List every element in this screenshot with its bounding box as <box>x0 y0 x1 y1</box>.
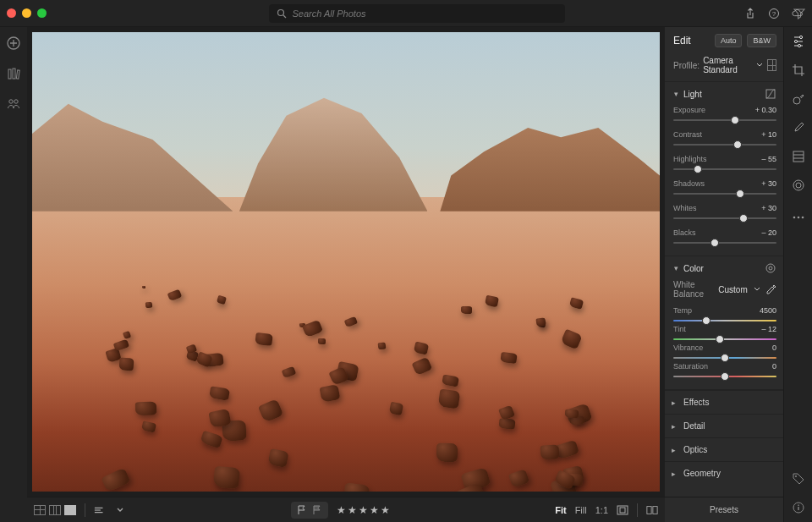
profile-row[interactable]: Profile: Camera Standard <box>665 52 783 82</box>
detail-view-icon[interactable] <box>64 505 76 515</box>
help-icon[interactable]: ? <box>768 8 780 19</box>
color-sliders: White Balance Custom Temp4500 Tint– 12 V… <box>665 280 783 390</box>
svg-point-8 <box>9 100 13 103</box>
slider-saturation[interactable]: Saturation0 <box>673 362 776 381</box>
minimize-button[interactable] <box>22 8 31 18</box>
svg-point-32 <box>795 475 797 477</box>
tag-icon[interactable] <box>791 471 806 486</box>
section-light-header[interactable]: ▾ Light <box>665 82 783 106</box>
slider-highlights[interactable]: Highlights– 55 <box>673 155 776 173</box>
zoom-expand-icon[interactable] <box>617 504 628 516</box>
edit-panel-header: Edit Auto B&W <box>665 27 783 52</box>
close-button[interactable] <box>7 8 16 18</box>
white-balance-row[interactable]: White Balance Custom <box>673 280 776 300</box>
color-mixer-icon[interactable] <box>765 262 776 274</box>
sort-chevron-icon[interactable] <box>114 504 126 516</box>
before-after-icon[interactable] <box>646 504 658 516</box>
search-input[interactable] <box>293 8 558 19</box>
slider-track[interactable] <box>673 335 776 343</box>
zoom-fit[interactable]: Fit <box>555 505 566 515</box>
svg-point-31 <box>801 217 804 219</box>
section-optics[interactable]: ▸ Optics <box>665 437 783 461</box>
section-geometry[interactable]: ▸ Geometry <box>665 461 783 485</box>
compare-view-icon[interactable] <box>49 505 61 515</box>
slider-blacks[interactable]: Blacks– 20 <box>673 228 776 247</box>
flag-pick-icon[interactable] <box>296 504 308 516</box>
slider-track[interactable] <box>673 165 776 173</box>
flag-reject-icon[interactable] <box>311 504 323 516</box>
window-controls <box>7 8 47 18</box>
tone-curve-icon[interactable] <box>765 88 776 100</box>
star-icon[interactable]: ★ <box>359 504 368 516</box>
photo-viewer[interactable] <box>32 32 660 492</box>
eyedropper-icon[interactable] <box>766 283 776 295</box>
slider-track[interactable] <box>673 140 776 149</box>
crop-icon[interactable] <box>791 63 806 78</box>
slider-track[interactable] <box>673 116 776 124</box>
chevron-right-icon: ▸ <box>672 470 680 478</box>
edit-panel: Edit Auto B&W Profile: Camera Standard ▾… <box>665 27 783 522</box>
chevron-right-icon: ▸ <box>672 446 680 454</box>
linear-gradient-icon[interactable] <box>791 149 806 164</box>
search-bar[interactable] <box>269 4 565 23</box>
star-rating[interactable]: ★ ★ ★ ★ ★ <box>337 504 390 516</box>
slider-whites[interactable]: Whites+ 30 <box>673 204 776 223</box>
main-row: ★ ★ ★ ★ ★ Fit Fill 1:1 <box>0 27 812 522</box>
star-icon[interactable]: ★ <box>348 504 357 516</box>
add-photos-icon[interactable] <box>6 36 21 51</box>
right-rail <box>783 27 812 522</box>
zoom-1to1[interactable]: 1:1 <box>595 505 608 515</box>
slider-track[interactable] <box>673 316 776 325</box>
auto-button[interactable]: Auto <box>715 34 743 47</box>
slider-track[interactable] <box>673 190 776 198</box>
edit-sliders-icon[interactable] <box>791 34 806 49</box>
brush-icon[interactable] <box>791 120 806 135</box>
radial-gradient-icon[interactable] <box>791 178 806 193</box>
slider-label: Whites <box>673 204 697 212</box>
section-color-header[interactable]: ▾ Color <box>665 256 783 280</box>
slider-value: + 0.30 <box>755 106 776 114</box>
slider-track[interactable] <box>673 354 776 362</box>
star-icon[interactable]: ★ <box>370 504 379 516</box>
slider-label: Vibrance <box>673 343 703 352</box>
section-detail[interactable]: ▸ Detail <box>665 414 783 437</box>
wb-value: Custom <box>718 285 747 294</box>
section-effects[interactable]: ▸ Effects <box>665 390 783 414</box>
star-icon[interactable]: ★ <box>381 504 390 516</box>
svg-rect-15 <box>647 506 651 514</box>
maximize-button[interactable] <box>37 8 47 18</box>
svg-rect-24 <box>793 151 804 162</box>
more-icon[interactable] <box>791 210 806 225</box>
slider-track[interactable] <box>673 239 776 247</box>
bw-button[interactable]: B&W <box>747 34 776 47</box>
slider-contrast[interactable]: Contrast+ 10 <box>673 130 776 149</box>
filmstrip-toggle-icon[interactable] <box>94 504 106 516</box>
grid-view-icon[interactable] <box>34 505 46 515</box>
slider-label: Temp <box>673 306 692 315</box>
my-photos-icon[interactable] <box>6 66 21 81</box>
cloud-sync-icon[interactable] <box>792 8 804 19</box>
sharing-icon[interactable] <box>6 96 21 112</box>
slider-shadows[interactable]: Shadows+ 30 <box>673 179 776 198</box>
info-icon[interactable] <box>791 500 806 515</box>
chevron-down-icon <box>755 59 764 71</box>
svg-point-21 <box>794 40 797 42</box>
slider-label: Tint <box>673 325 686 333</box>
titlebar: ? <box>0 0 812 27</box>
share-icon[interactable] <box>744 8 756 19</box>
profile-browser-icon[interactable] <box>767 59 776 71</box>
slider-exposure[interactable]: Exposure+ 0.30 <box>673 106 776 124</box>
section-title: Optics <box>683 445 707 454</box>
slider-track[interactable] <box>673 372 776 381</box>
slider-tint[interactable]: Tint– 12 <box>673 325 776 343</box>
slider-track[interactable] <box>673 214 776 223</box>
slider-temp[interactable]: Temp4500 <box>673 306 776 325</box>
star-icon[interactable]: ★ <box>337 504 346 516</box>
svg-point-19 <box>769 266 772 270</box>
zoom-fill[interactable]: Fill <box>575 505 587 515</box>
chevron-down-icon: ▾ <box>672 90 680 98</box>
slider-vibrance[interactable]: Vibrance0 <box>673 343 776 362</box>
svg-point-28 <box>796 183 801 188</box>
healing-brush-icon[interactable] <box>791 91 806 107</box>
presets-button[interactable]: Presets <box>665 497 783 522</box>
